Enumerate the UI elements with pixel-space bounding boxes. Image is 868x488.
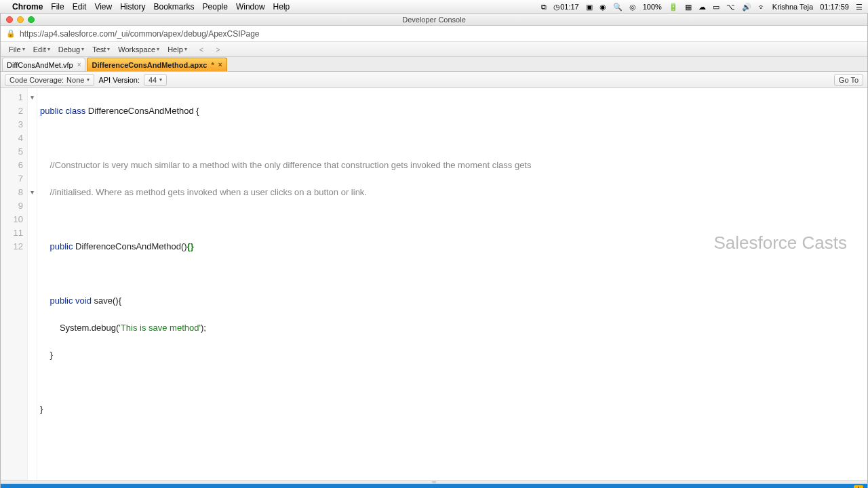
status-icon[interactable]: ⌥ (726, 3, 735, 12)
display-icon[interactable]: ▭ (713, 3, 719, 12)
lock-icon: 🔒 (6, 29, 16, 38)
mac-menu-edit[interactable]: Edit (73, 2, 87, 12)
chevron-down-icon: ▾ (81, 46, 84, 52)
user-name[interactable]: Krishna Teja (772, 3, 813, 11)
dc-menu-debug[interactable]: Debug▾ (54, 44, 88, 55)
chevron-down-icon: ▾ (107, 46, 110, 52)
volume-icon[interactable]: 🔊 (742, 3, 751, 12)
dirty-indicator: * (211, 61, 214, 69)
status-icon[interactable]: ◎ (629, 3, 636, 12)
mac-menu-view[interactable]: View (94, 2, 112, 12)
url-bar: 🔒 (1, 26, 867, 42)
api-version-dropdown[interactable]: 44 ▾ (144, 74, 167, 86)
mac-status-right: ⧉ ◷ 01:17 ▣ ◉ 🔍 ◎ 100% 🔋 ▦ ☁ ▭ ⌥ 🔊 ᯤ Kri… (541, 0, 863, 14)
chevron-down-icon: ▾ (159, 77, 162, 83)
mac-menu-help[interactable]: Help (273, 2, 290, 12)
close-tab-icon[interactable]: × (77, 61, 81, 68)
close-tab-icon[interactable]: × (218, 61, 222, 68)
chevron-down-icon: ▾ (47, 46, 50, 52)
dc-menu-file[interactable]: File▾ (5, 44, 29, 55)
fold-marker[interactable]: ▾ (28, 186, 37, 199)
status-icon[interactable]: ▣ (586, 3, 593, 12)
battery-status[interactable]: 100% (643, 3, 662, 11)
clock-time[interactable]: 01:17:59 (820, 3, 849, 11)
api-version-label: API Version: (98, 76, 140, 84)
dc-menu-test[interactable]: Test▾ (88, 44, 114, 55)
dc-menu-edit[interactable]: Edit▾ (29, 44, 54, 55)
chevron-down-icon: ▾ (22, 46, 25, 52)
clock-icon[interactable]: ◷ 01:17 (553, 3, 579, 12)
status-icon[interactable]: ▦ (685, 3, 692, 12)
line-gutter: 123 456 789 101112 (1, 88, 28, 480)
code-editor[interactable]: 123 456 789 101112 ▾ ▾ public class Diff… (1, 88, 867, 480)
watermark: Salesforce Casts (713, 236, 847, 249)
editor-toolbar: Code Coverage: None ▾ API Version: 44 ▾ … (1, 72, 867, 88)
file-tabs: DiffConsAndMet.vfp × DifferenceConsAndMe… (1, 57, 867, 72)
warning-badge-icon[interactable]: ! (854, 485, 863, 488)
file-tab-active[interactable]: DifferenceConsAndMethod.apxc * × (87, 58, 226, 71)
mac-menu-people[interactable]: People (203, 2, 228, 12)
mac-menu-history[interactable]: History (120, 2, 145, 12)
chevron-down-icon: ▾ (157, 46, 159, 52)
menu-icon[interactable]: ☰ (856, 3, 863, 12)
tab-label: DifferenceConsAndMethod.apxc (92, 61, 207, 69)
nav-prev-button[interactable]: < (195, 44, 208, 55)
app-name[interactable]: Chrome (12, 2, 43, 12)
nav-next-button[interactable]: > (212, 44, 224, 55)
wifi-icon[interactable]: ᯤ (758, 3, 766, 11)
fold-marker[interactable]: ▾ (28, 91, 37, 104)
mac-menubar: Chrome File Edit View History Bookmarks … (0, 0, 868, 14)
titlebar: Developer Console (1, 14, 867, 26)
mac-menu-window[interactable]: Window (236, 2, 265, 12)
dc-menu-help[interactable]: Help▾ (163, 44, 191, 55)
chevron-down-icon: ▾ (184, 46, 187, 52)
bottom-panel-header[interactable]: Logs, Tests, and Problems ▾ ! (1, 484, 867, 488)
dc-menu-workspace[interactable]: Workspace▾ (114, 44, 163, 55)
file-tab[interactable]: DiffConsAndMet.vfp × (2, 58, 85, 71)
battery-icon[interactable]: 🔋 (669, 3, 678, 12)
status-icon[interactable]: ⧉ (541, 3, 547, 12)
url-input[interactable] (20, 29, 862, 39)
window: Developer Console 🔒 File▾ Edit▾ Debug▾ T… (0, 14, 868, 488)
fold-column: ▾ ▾ (28, 88, 37, 480)
tab-label: DiffConsAndMet.vfp (7, 61, 73, 69)
window-title: Developer Console (1, 16, 867, 24)
mac-menu-file[interactable]: File (51, 2, 64, 12)
cloud-icon[interactable]: ☁ (698, 3, 706, 12)
code-content[interactable]: public class DifferenceConsAndMethod { /… (37, 88, 867, 480)
status-icon[interactable]: ◉ (599, 3, 606, 12)
search-icon[interactable]: 🔍 (613, 3, 623, 12)
devconsole-menu: File▾ Edit▾ Debug▾ Test▾ Workspace▾ Help… (1, 42, 867, 57)
code-coverage-dropdown[interactable]: Code Coverage: None ▾ (5, 74, 94, 86)
mac-menu-bookmarks[interactable]: Bookmarks (154, 2, 195, 12)
goto-button[interactable]: Go To (834, 74, 863, 86)
chevron-down-icon: ▾ (87, 77, 90, 83)
